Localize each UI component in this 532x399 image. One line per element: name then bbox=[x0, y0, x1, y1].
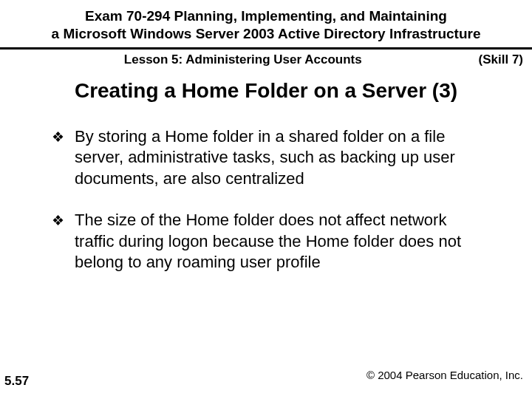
diamond-bullet-icon: ❖ bbox=[52, 129, 64, 147]
diamond-bullet-icon: ❖ bbox=[52, 212, 64, 231]
lesson-label: Lesson 5: Administering User Accounts bbox=[7, 52, 479, 67]
bullet-text: The size of the Home folder does not aff… bbox=[75, 210, 488, 273]
content-area: ❖ By storing a Home folder in a shared f… bbox=[0, 117, 532, 274]
course-header: Exam 70-294 Planning, Implementing, and … bbox=[0, 0, 532, 50]
course-title-line2: a Microsoft Windows Server 2003 Active D… bbox=[52, 26, 481, 41]
slide-title: Creating a Home Folder on a Server (3) bbox=[0, 75, 532, 117]
course-title-line1: Exam 70-294 Planning, Implementing, and … bbox=[85, 8, 447, 24]
bullet-text: By storing a Home folder in a shared fol… bbox=[75, 126, 488, 190]
bullet-item: ❖ By storing a Home folder in a shared f… bbox=[52, 126, 488, 190]
bullet-item: ❖ The size of the Home folder does not a… bbox=[52, 210, 488, 273]
skill-label: (Skill 7) bbox=[479, 52, 525, 67]
page-number: 5.57 bbox=[4, 374, 29, 389]
subheader: Lesson 5: Administering User Accounts (S… bbox=[0, 50, 532, 75]
copyright: © 2004 Pearson Education, Inc. bbox=[366, 369, 523, 381]
